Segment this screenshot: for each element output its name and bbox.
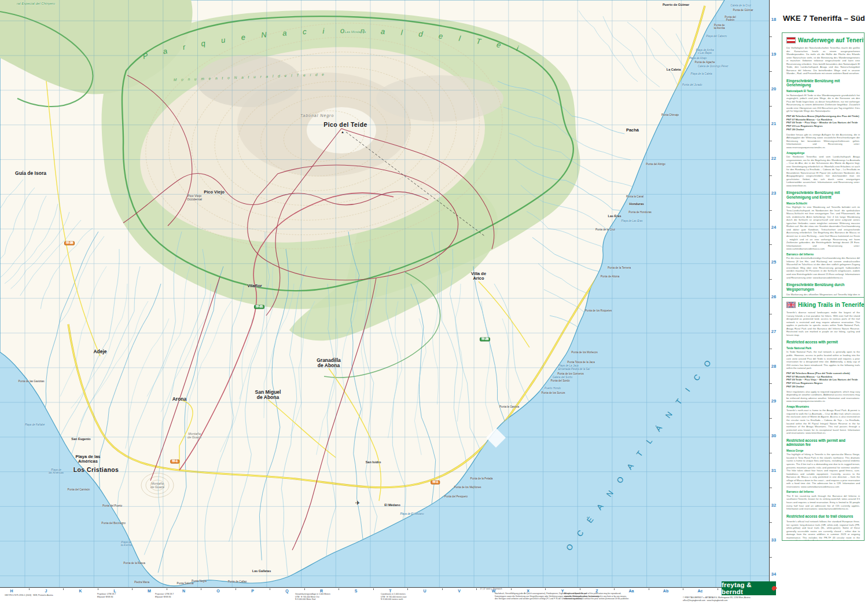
grid-row-number: 28 (770, 364, 778, 369)
section-subheading: Masca-Schlucht (786, 202, 860, 205)
grid-tick (770, 522, 772, 523)
grid-row-number: 25 (770, 259, 778, 265)
grid-col-letter: Ac (698, 589, 703, 593)
grid-col-letter: J (45, 589, 47, 593)
grid-tick (63, 588, 64, 590)
grid-tick (201, 588, 201, 590)
imprint-note: Projektion: UTM 28-T Ellipsoid: WGS 84 (97, 593, 116, 598)
paragraph: Die Vielfältigkeit der Naturlandschaften… (786, 46, 860, 75)
grid-row-number: 29 (770, 398, 778, 403)
imprint-note: Projection: UTM 28-T Ellipsoid: WGS 84 (155, 593, 174, 598)
grid-col-letter: H (10, 589, 13, 593)
grid-tick (770, 175, 772, 176)
paragraph: Im Nationalpark El Teide ist das Wanderw… (786, 94, 860, 113)
trail-list-item: PNT 40 Telesforo Bravo (Pico del Teide s… (786, 372, 860, 375)
grid-tick (29, 588, 30, 590)
trail-list: PNT 40 Telesforo Bravo (Pico del Teide s… (786, 372, 860, 389)
section-title: Hiking Trails in Tenerife (798, 302, 864, 308)
section-heading: Restricted access with permit (786, 340, 860, 345)
grid-row-number: 19 (770, 51, 778, 56)
grid-col-letter: V (458, 589, 461, 593)
grid-tick (339, 588, 339, 590)
grid-tick (770, 453, 772, 453)
grid-row-number: 31 (770, 467, 778, 473)
paragraph: Tenerife's north-east is home to the Ana… (786, 409, 860, 434)
grid-tick (442, 588, 443, 590)
grid-tick (511, 588, 512, 590)
grid-row-number: 33 (770, 537, 778, 542)
grid-row-number: 30 (770, 433, 778, 438)
paragraph: Strict regulations also apply to require… (786, 390, 860, 403)
section-header: Wanderwege auf Teneriffa (786, 37, 860, 43)
grid-row-number: 20 (770, 86, 778, 91)
info-panel: WKE 7 Teneriffa – Süd Wanderwege auf Ten… (779, 0, 868, 608)
grid-col-letter: R (320, 589, 323, 593)
grid-col-letter: P (251, 589, 254, 593)
grid-row-number: 27 (770, 329, 778, 334)
austria-flag-icon (786, 37, 796, 43)
imprint-note: 0° | 0° west v. Greenwich (480, 588, 502, 591)
trail-list-item: PNT 28 Chafarí (786, 385, 860, 389)
grid-col-letter: U (423, 589, 426, 593)
grid-tick (236, 588, 236, 590)
info-box: Wanderwege auf TeneriffaDie Vielfältigke… (782, 32, 865, 541)
grid-tick (373, 588, 374, 590)
section-subheading: Barranco del Infierno (786, 253, 860, 256)
grid-tick (132, 588, 133, 590)
grid-col-letter: Aa (629, 589, 634, 593)
section-subheading: Barranco del Infierno (786, 490, 860, 493)
grid-tick (770, 279, 772, 280)
grid-tick (167, 588, 167, 590)
grid-row-number: 24 (770, 225, 778, 230)
grid-col-letter: N (182, 589, 185, 593)
panel-section-en: Hiking Trails in TenerifeTenerife's dive… (782, 298, 864, 540)
grid-tick (649, 588, 649, 590)
grid-col-letter: M (148, 589, 151, 593)
grid-col-letter: K (79, 589, 82, 593)
grid-tick (770, 349, 772, 349)
grid-tick (770, 418, 772, 419)
grid-row-number: 34 (770, 572, 778, 577)
paragraph: The 8 km round-trip walk through the Bar… (786, 495, 860, 511)
section-heading: Restricted access with permit and admiss… (786, 438, 860, 447)
map-canvas: P a r q u e N a c i o n a l d e l T e i … (0, 0, 770, 588)
panel-section-de: Wanderwege auf TeneriffaDie Vielfältigke… (782, 33, 864, 298)
grid-tick (683, 588, 683, 590)
grid-tick (770, 141, 772, 141)
paragraph: Darüber hinaus gibt es strenge Auflagen … (786, 133, 860, 149)
grid-col-letter: L (113, 589, 116, 593)
grid-col-letter: T (389, 589, 391, 593)
paragraph: Für die etwa dreieinhalbstündige Durchwa… (786, 257, 860, 279)
imprint-note: Coordinates in 1.000 meters UTM · E 745.… (381, 593, 406, 601)
grid-col-letter: S (355, 589, 358, 593)
grid-row-number: 23 (770, 190, 778, 195)
grid-tick (270, 588, 270, 590)
paragraph: Das Highlight für eine Wanderung auf Ten… (786, 206, 860, 251)
grid-tick (718, 588, 718, 590)
section-heading: Eingeschränkte Benützung mit Genehmigung (786, 79, 860, 87)
grid-row-number: 18 (770, 17, 778, 22)
section-subheading: Anagagebirge (786, 152, 860, 155)
grid-row-number: 26 (770, 294, 778, 299)
map-right-margin: 1819202122232425262728293031323334 (770, 0, 778, 587)
freytag-berndt-logo: freytag & berndt (722, 581, 776, 595)
paragraph: The highlight of hiking in Tenerife is t… (786, 453, 860, 488)
grid-row-number: 32 (770, 502, 778, 507)
section-subheading: Anaga Mountains (786, 405, 860, 408)
sheet-title: WKE 7 Teneriffa – Süd (783, 14, 865, 23)
grid-tick (614, 588, 615, 590)
grid-tick (407, 588, 408, 590)
paragraph: Tenerife's official trail network follow… (786, 520, 860, 540)
grid-tick (770, 557, 772, 558)
grid-tick (770, 71, 772, 72)
terrain-svg: P a r q u e N a c i o n a l d e l T e i … (0, 0, 769, 587)
imprint-note: Gesamtkartengrundlage in 1.000 Metern UT… (295, 593, 330, 601)
grid-row-number: 21 (770, 120, 778, 126)
grid-tick (770, 314, 772, 314)
section-heading: Restricted access due to trail closures (786, 514, 860, 519)
section-subheading: Teide National Park (786, 347, 860, 350)
grid-tick (770, 106, 772, 107)
grid-tick (580, 588, 580, 590)
paragraph: Tenerife's diverse natural landscapes ma… (786, 311, 860, 336)
paragraph: In Teide National Park, the trail networ… (786, 350, 860, 369)
